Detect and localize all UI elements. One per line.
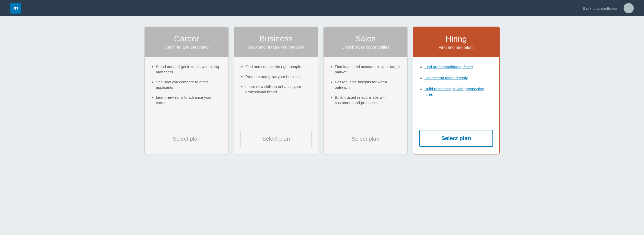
career-features-list: Stand out and get in touch with hiring m… bbox=[151, 64, 222, 125]
hiring-feature-2-link[interactable]: Contact top talent directly bbox=[424, 76, 468, 80]
business-plan-body: Find and contact the right people Promot… bbox=[234, 57, 318, 154]
business-feature-2: Promote and grow your business bbox=[245, 74, 312, 79]
sales-plan-title: Sales bbox=[329, 34, 402, 43]
sales-select-button[interactable]: Select plan bbox=[330, 131, 401, 147]
hiring-plan-subtitle: Find and hire talent bbox=[418, 45, 494, 50]
career-plan-header: Career Get hired and get ahead bbox=[145, 27, 228, 57]
business-feature-1: Find and contact the right people bbox=[245, 64, 312, 69]
business-features-list: Find and contact the right people Promot… bbox=[240, 64, 312, 125]
career-plan-title: Career bbox=[150, 34, 223, 43]
business-plan-subtitle: Grow and nurture your network bbox=[239, 45, 313, 50]
business-plan-title: Business bbox=[239, 34, 313, 43]
business-plan-card: Business Grow and nurture your network F… bbox=[234, 27, 318, 154]
back-to-linkedin-link[interactable]: Back to LinkedIn.com bbox=[583, 6, 619, 10]
hiring-plan-card: Hiring Find and hire talent Find great c… bbox=[413, 27, 500, 154]
sales-feature-2: Get real-time insights for warm outreach bbox=[335, 79, 401, 90]
hiring-feature-2: Contact top talent directly bbox=[424, 75, 493, 81]
header-right: Back to LinkedIn.com bbox=[583, 3, 634, 13]
career-feature-2: See how you compare to other applicants bbox=[156, 79, 222, 90]
hiring-feature-1: Find great candidates, faster bbox=[424, 64, 493, 70]
hiring-select-button[interactable]: Select plan bbox=[419, 130, 493, 147]
sales-feature-3: Build trusted relationships with custome… bbox=[335, 95, 401, 105]
sales-features-list: Find leads and accounts in your target m… bbox=[330, 64, 401, 125]
business-select-button[interactable]: Select plan bbox=[240, 131, 312, 147]
hiring-plan-header: Hiring Find and hire talent bbox=[413, 27, 499, 57]
career-plan-body: Stand out and get in touch with hiring m… bbox=[145, 57, 228, 154]
career-plan-subtitle: Get hired and get ahead bbox=[150, 45, 223, 50]
sales-plan-subtitle: Unlock sales opportunities bbox=[329, 45, 402, 50]
career-select-button[interactable]: Select plan bbox=[151, 131, 222, 147]
career-plan-card: Career Get hired and get ahead Stand out… bbox=[144, 27, 229, 154]
header: in Back to LinkedIn.com bbox=[0, 0, 644, 16]
plans-container: Career Get hired and get ahead Stand out… bbox=[0, 16, 644, 165]
sales-plan-header: Sales Unlock sales opportunities bbox=[324, 27, 407, 57]
sales-feature-1: Find leads and accounts in your target m… bbox=[335, 64, 401, 75]
sales-plan-body: Find leads and accounts in your target m… bbox=[324, 57, 407, 154]
hiring-features-list: Find great candidates, faster Contact to… bbox=[419, 64, 493, 124]
hiring-plan-title: Hiring bbox=[418, 34, 494, 44]
career-feature-1: Stand out and get in touch with hiring m… bbox=[156, 64, 222, 75]
linkedin-logo: in bbox=[10, 3, 21, 14]
business-plan-header: Business Grow and nurture your network bbox=[234, 27, 318, 57]
business-feature-3: Learn new skills to enhance your profess… bbox=[245, 84, 312, 95]
career-feature-3: Learn new skills to advance your career bbox=[156, 95, 222, 105]
hiring-plan-body: Find great candidates, faster Contact to… bbox=[413, 57, 499, 154]
hiring-feature-3-link[interactable]: Build relationships with prospective hir… bbox=[424, 87, 484, 96]
sales-plan-card: Sales Unlock sales opportunities Find le… bbox=[323, 27, 408, 154]
hiring-feature-1-link[interactable]: Find great candidates, faster bbox=[424, 65, 473, 69]
hiring-feature-3: Build relationships with prospective hir… bbox=[424, 86, 493, 97]
avatar[interactable] bbox=[624, 3, 634, 13]
